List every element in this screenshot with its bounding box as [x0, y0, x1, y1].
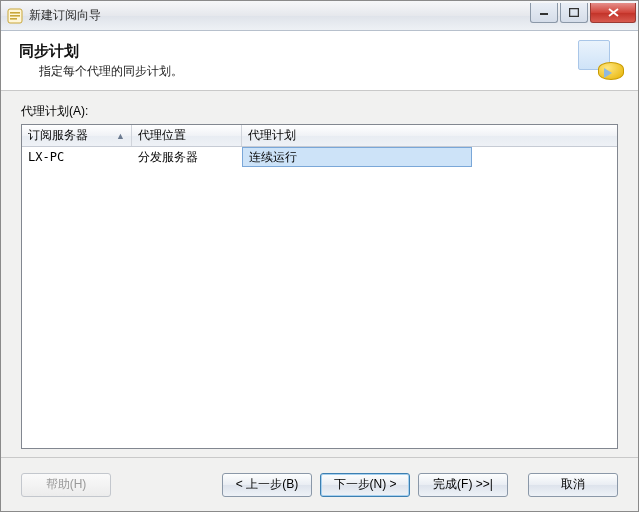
svg-rect-5 [570, 8, 579, 16]
column-header-subscriber[interactable]: 订阅服务器 ▲ [22, 125, 132, 146]
wizard-window: 新建订阅向导 同步计划 指定每个代理的同步计划。 [0, 0, 639, 512]
agent-plan-grid[interactable]: 订阅服务器 ▲ 代理位置 代理计划 LX-PC 分发服务器 连续运行 [21, 124, 618, 449]
grid-header: 订阅服务器 ▲ 代理位置 代理计划 [22, 125, 617, 147]
table-row[interactable]: LX-PC 分发服务器 连续运行 [22, 147, 617, 167]
maximize-button[interactable] [560, 3, 588, 23]
cell-subscriber: LX-PC [22, 147, 132, 167]
cell-location: 分发服务器 [132, 147, 242, 167]
column-label: 订阅服务器 [28, 127, 88, 144]
wizard-graphic-icon [578, 40, 624, 82]
grid-body: LX-PC 分发服务器 连续运行 [22, 147, 617, 448]
column-header-location[interactable]: 代理位置 [132, 125, 242, 146]
svg-rect-1 [10, 12, 20, 14]
page-title: 同步计划 [19, 42, 578, 61]
cancel-button[interactable]: 取消 [528, 473, 618, 497]
content-area: 代理计划(A): 订阅服务器 ▲ 代理位置 代理计划 LX-PC 分发服务器 连 [1, 91, 638, 457]
page-description: 指定每个代理的同步计划。 [19, 63, 578, 80]
sort-asc-icon: ▲ [116, 131, 125, 141]
finish-button[interactable]: 完成(F) >>| [418, 473, 508, 497]
column-label: 代理位置 [138, 127, 186, 144]
svg-rect-2 [10, 15, 20, 17]
wizard-footer: 帮助(H) < 上一步(B) 下一步(N) > 完成(F) >>| 取消 [1, 457, 638, 511]
svg-rect-4 [540, 13, 548, 15]
titlebar[interactable]: 新建订阅向导 [1, 1, 638, 31]
wizard-header: 同步计划 指定每个代理的同步计划。 [1, 31, 638, 91]
column-header-plan[interactable]: 代理计划 [242, 125, 617, 146]
cell-plan-selected[interactable]: 连续运行 [242, 147, 472, 167]
window-controls [530, 3, 636, 23]
app-icon [7, 8, 23, 24]
window-title: 新建订阅向导 [29, 7, 530, 24]
agent-plan-label: 代理计划(A): [21, 103, 618, 120]
back-button[interactable]: < 上一步(B) [222, 473, 312, 497]
svg-rect-3 [10, 18, 17, 20]
minimize-button[interactable] [530, 3, 558, 23]
close-button[interactable] [590, 3, 636, 23]
next-button[interactable]: 下一步(N) > [320, 473, 410, 497]
column-label: 代理计划 [248, 127, 296, 144]
help-button: 帮助(H) [21, 473, 111, 497]
